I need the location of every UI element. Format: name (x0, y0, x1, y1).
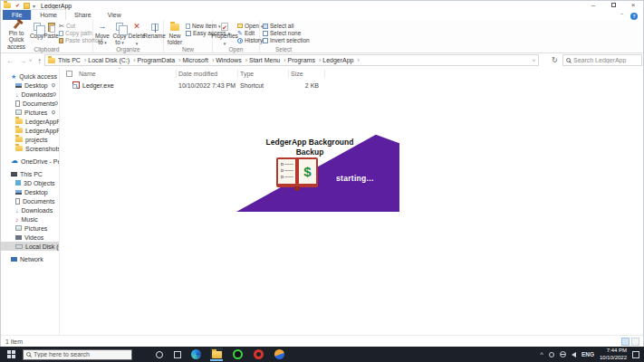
volume-tray-icon[interactable] (572, 352, 576, 357)
help-icon[interactable]: ? (630, 13, 638, 20)
taskbar-app-explorer[interactable] (210, 348, 223, 361)
select-all-checkbox[interactable] (66, 71, 72, 77)
select-all-button[interactable]: Select all (263, 23, 310, 29)
properties-icon: ✔ (221, 23, 228, 31)
taskbar-app-opera[interactable] (252, 348, 264, 361)
clock[interactable]: 7:44 PM 10/10/2022 (600, 348, 627, 361)
qat-customize-dropdown-icon[interactable]: ▾ (33, 3, 35, 9)
cut-icon: ✂ (59, 23, 64, 30)
address-bar: ← → ˅ ↑ This PC Local Disk (C:) ProgramD… (1, 53, 643, 68)
tab-home[interactable]: Home (31, 9, 66, 20)
taskbar-app-edge[interactable] (189, 348, 202, 361)
tray-status-icon[interactable] (549, 352, 554, 357)
rename-button[interactable]: Rename (146, 22, 163, 47)
sidebar-item-desktop[interactable]: Desktop (1, 187, 59, 196)
task-view-icon[interactable] (174, 351, 181, 358)
maximize-icon (611, 3, 616, 7)
downloads-icon: ↓ (15, 207, 19, 214)
qat-properties-icon[interactable]: ✔ (14, 3, 21, 9)
file-row-ledger-exe[interactable]: $ Ledger.exe 10/10/2022 7:43 PM Shortcut… (61, 80, 643, 90)
column-header-type[interactable]: Type (240, 71, 291, 77)
breadcrumb-this-pc[interactable]: This PC (57, 57, 87, 63)
invert-selection-button[interactable]: Invert selection (263, 37, 310, 43)
taskbar-app-orange[interactable] (273, 348, 285, 361)
copy-icon (34, 23, 41, 31)
this-pc-icon (11, 172, 17, 176)
column-header-size[interactable]: Size (291, 71, 327, 77)
explorer-app-icon (4, 3, 11, 8)
sidebar-item-downloads-qa[interactable]: ↓Downloads (1, 90, 59, 99)
minimize-button[interactable]: – (583, 1, 603, 10)
sidebar-item-ledgerappproject-1[interactable]: LedgerAppProject (1, 117, 59, 126)
column-header-name[interactable]: Name (61, 71, 178, 77)
move-to-button[interactable]: → Move to (94, 22, 111, 47)
taskbar-search-input[interactable] (34, 351, 129, 357)
sidebar-item-local-disk-c[interactable]: Local Disk (C:) (1, 242, 59, 251)
breadcrumb-start-menu[interactable]: Start Menu (248, 57, 287, 63)
refresh-icon[interactable]: ↻ (552, 56, 558, 64)
sidebar-item-music[interactable]: ♪Music (1, 214, 59, 224)
sidebar-item-network[interactable]: Network (1, 254, 59, 263)
recent-locations-icon[interactable]: ˅ (29, 58, 33, 63)
cortana-icon[interactable] (156, 351, 163, 358)
address-dropdown-icon[interactable]: ˅ (532, 58, 535, 63)
breadcrumb-programs[interactable]: Programs (287, 57, 322, 63)
sidebar-item-documents-qa[interactable]: Documents (1, 99, 59, 108)
breadcrumb-windows[interactable]: Windows (215, 57, 248, 63)
sidebar-item-pictures-qa[interactable]: Pictures (1, 108, 59, 117)
maximize-button[interactable] (603, 1, 623, 10)
copy-to-button[interactable]: Copy to (111, 22, 128, 47)
sidebar-item-ledgerappproject-2[interactable]: LedgerAppProject (1, 126, 59, 135)
breadcrumb[interactable]: This PC Local Disk (C:) ProgramData Micr… (44, 54, 539, 66)
back-icon[interactable]: ← (6, 57, 14, 65)
details-view-icon[interactable] (621, 338, 630, 346)
column-header-date-modified[interactable]: Date modified (178, 71, 240, 77)
new-folder-button[interactable]: New folder (166, 22, 184, 47)
sidebar-item-projects[interactable]: projects (1, 135, 59, 144)
action-center-icon[interactable] (632, 351, 639, 358)
hidden-icons-chevron[interactable]: ^ (541, 351, 543, 357)
sidebar-item-3d-objects[interactable]: 3D Objects (1, 178, 59, 187)
network-tray-icon[interactable] (560, 351, 566, 357)
explorer-search[interactable] (562, 54, 642, 66)
forward-icon[interactable]: → (19, 57, 26, 65)
select-none-button[interactable]: Select none (263, 30, 310, 36)
clock-date: 10/10/2022 (600, 355, 627, 360)
group-label-new: New (164, 46, 212, 52)
sidebar-item-quick-access[interactable]: ★Quick access (1, 71, 59, 81)
close-button[interactable]: × (623, 1, 643, 10)
breadcrumb-microsoft[interactable]: Microsoft (181, 57, 215, 63)
paste-button[interactable]: Paste (44, 22, 58, 47)
explorer-search-input[interactable] (573, 57, 639, 63)
sidebar-item-screenshots[interactable]: Screenshots (1, 144, 59, 153)
start-button[interactable] (7, 350, 15, 358)
sidebar-item-videos[interactable]: Videos (1, 233, 59, 242)
breadcrumb-programdata[interactable]: ProgramData (137, 57, 182, 63)
sidebar-item-downloads[interactable]: ↓Downloads (1, 205, 59, 214)
collapse-ribbon-icon[interactable]: ˆ (620, 12, 623, 20)
up-icon[interactable]: ↑ (38, 57, 42, 65)
sidebar-item-desktop-qa[interactable]: Desktop (1, 81, 59, 90)
taskbar-search[interactable] (23, 349, 132, 360)
sidebar-item-this-pc[interactable]: This PC (1, 169, 59, 178)
sidebar-item-onedrive[interactable]: ☁OneDrive - Personal (1, 157, 59, 166)
thumbnail-view-icon[interactable] (631, 338, 639, 346)
qat-new-folder-icon[interactable] (24, 3, 30, 9)
language-indicator[interactable]: ENG (582, 351, 594, 357)
pin-to-quick-access-button[interactable]: Pin to Quick access (4, 22, 29, 47)
breadcrumb-ledgerapp[interactable]: LedgerApp (322, 57, 360, 63)
copy-button[interactable]: Copy (30, 22, 43, 47)
tab-view[interactable]: View (100, 10, 130, 20)
paste-shortcut-icon (59, 38, 63, 43)
videos-icon (15, 235, 22, 240)
screen: ✔ ▾ LedgerApp – × File Home Share View ˆ… (0, 0, 644, 362)
onedrive-cloud-icon: ☁ (11, 157, 18, 165)
taskbar-app-green[interactable] (231, 348, 244, 361)
breadcrumb-local-disk[interactable]: Local Disk (C:) (87, 57, 136, 63)
sidebar-item-pictures[interactable]: Pictures (1, 224, 59, 233)
sidebar-item-documents[interactable]: Documents (1, 196, 59, 205)
properties-button[interactable]: ✔ Properties (215, 22, 235, 47)
3d-objects-icon (15, 180, 21, 186)
local-disk-icon (15, 244, 23, 249)
tab-share[interactable]: Share (66, 10, 100, 20)
